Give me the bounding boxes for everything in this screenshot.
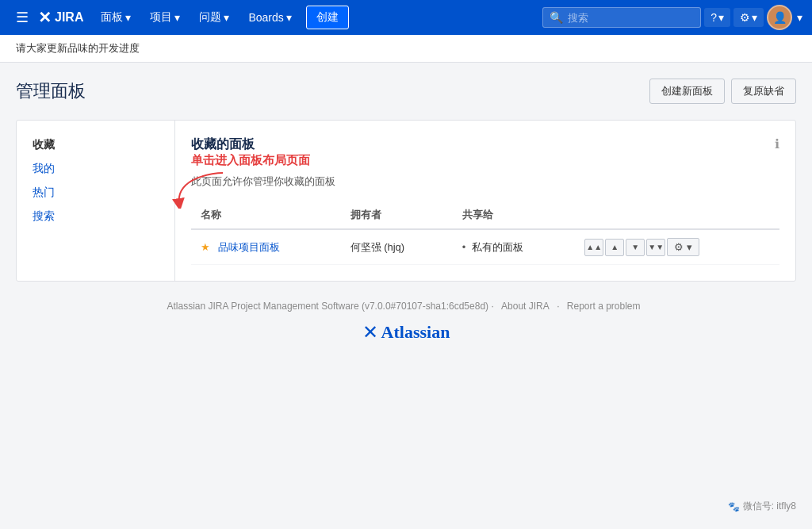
footer: Atlassian JIRA Project Management Softwa… xyxy=(16,282,796,362)
help-button[interactable]: ? ▾ xyxy=(704,8,730,27)
board-owner-cell: 何坚强 (hjq) xyxy=(341,229,453,265)
report-problem-link[interactable]: Report a problem xyxy=(567,301,641,312)
content-area: 收藏的面板 单击进入面板布局页面 xyxy=(175,121,795,281)
logo-text: JIRA xyxy=(55,10,83,25)
chevron-down-icon: ▾ xyxy=(224,11,229,24)
section-title: 收藏的面板 xyxy=(191,136,310,153)
settings-button[interactable]: ⚙ ▾ xyxy=(733,8,764,27)
help-icon: ? xyxy=(710,11,717,24)
board-settings-button[interactable]: ⚙ ▾ xyxy=(667,238,699,256)
nav-dashboard[interactable]: 面板 ▾ xyxy=(93,7,139,28)
sidebar-item-favorites[interactable]: 收藏 xyxy=(17,133,174,157)
action-arrows: ▲▲ ▲ ▼ ▼▼ xyxy=(584,239,665,256)
annotation: 单击进入面板布局页面 xyxy=(191,153,310,168)
sidebar-item-search[interactable]: 搜索 xyxy=(17,205,174,228)
atlassian-logo: ✕ Atlassian xyxy=(35,321,777,343)
bullet-icon: • xyxy=(462,241,466,253)
announcement-bar: 请大家更新品味的开发进度 xyxy=(0,35,812,63)
search-input[interactable] xyxy=(568,12,687,24)
chevron-down-icon: ▾ xyxy=(286,11,292,24)
annotation-text: 单击进入面板布局页面 xyxy=(191,153,310,167)
col-shared: 共享给 xyxy=(453,201,575,229)
table-row: ★ 品味项目面板 何坚强 (hjq) • 私有的面板 ▲▲ xyxy=(191,229,779,265)
content-header: 收藏的面板 单击进入面板布局页面 xyxy=(191,136,779,168)
chevron-down-icon: ▾ xyxy=(687,241,692,253)
move-bottom-button[interactable]: ▼▼ xyxy=(646,239,665,256)
avatar-chevron[interactable]: ▾ xyxy=(797,11,802,24)
nav-project[interactable]: 项目 ▾ xyxy=(142,7,188,28)
restore-default-button[interactable]: 复原缺省 xyxy=(731,79,796,104)
page-container: 管理面板 创建新面板 复原缺省 收藏 我的 热门 搜索 xyxy=(0,63,812,378)
move-top-button[interactable]: ▲▲ xyxy=(584,239,603,256)
footer-info: Atlassian JIRA Project Management Softwa… xyxy=(35,301,777,312)
col-actions xyxy=(575,201,779,229)
avatar[interactable]: 👤 xyxy=(767,5,792,30)
header-buttons: 创建新面板 复原缺省 xyxy=(649,79,796,104)
sidebar-item-mine[interactable]: 我的 xyxy=(17,157,174,181)
sidebar: 收藏 我的 热门 搜索 xyxy=(17,121,175,281)
page-title: 管理面板 xyxy=(16,79,86,103)
board-name-cell: ★ 品味项目面板 xyxy=(191,229,341,265)
board-actions-cell: ▲▲ ▲ ▼ ▼▼ ⚙ ▾ xyxy=(575,229,779,265)
logo: ✕ JIRA xyxy=(38,8,83,27)
boards-table: 名称 拥有者 共享给 ★ 品味项目面板 何坚强 (hjq) xyxy=(191,201,779,265)
gear-icon: ⚙ xyxy=(740,11,750,24)
move-up-button[interactable]: ▲ xyxy=(605,239,624,256)
announcement-text: 请大家更新品味的开发进度 xyxy=(16,42,140,54)
chevron-down-icon: ▾ xyxy=(174,11,180,24)
search-icon: 🔍 xyxy=(550,11,563,24)
annotation-arrow xyxy=(167,169,231,211)
sidebar-item-popular[interactable]: 热门 xyxy=(17,181,174,205)
star-icon[interactable]: ★ xyxy=(201,241,210,253)
atlassian-logo-text: Atlassian xyxy=(381,322,450,343)
chevron-down-icon: ▾ xyxy=(752,11,757,24)
content-description: 此页面允许你管理你收藏的面板 xyxy=(191,174,779,189)
nav-boards[interactable]: Boards ▾ xyxy=(240,8,299,27)
about-jira-link[interactable]: About JIRA xyxy=(501,301,550,312)
hamburger-icon[interactable]: ☰ xyxy=(10,6,35,29)
move-down-button[interactable]: ▼ xyxy=(626,239,645,256)
page-header: 管理面板 创建新面板 复原缺省 xyxy=(16,79,796,104)
gear-icon: ⚙ xyxy=(674,241,684,253)
main-content: 收藏 我的 热门 搜索 收藏的面板 单击进入面板布局页面 xyxy=(16,120,796,282)
create-button[interactable]: 创建 xyxy=(306,6,349,29)
create-board-button[interactable]: 创建新面板 xyxy=(649,79,725,104)
search-bar[interactable]: 🔍 xyxy=(542,7,701,28)
navbar: ☰ ✕ JIRA 面板 ▾ 项目 ▾ 问题 ▾ Boards ▾ 创建 🔍 ? … xyxy=(0,0,812,35)
atlassian-icon: ✕ xyxy=(362,321,378,343)
section-header-left: 收藏的面板 单击进入面板布局页面 xyxy=(191,136,310,168)
board-name-link[interactable]: 品味项目面板 xyxy=(218,241,280,253)
chevron-down-icon: ▾ xyxy=(718,11,724,24)
chevron-down-icon: ▾ xyxy=(125,11,131,24)
help-circle-icon[interactable]: ℹ xyxy=(775,136,779,151)
nav-issue[interactable]: 问题 ▾ xyxy=(191,7,237,28)
board-shared-cell: • 私有的面板 xyxy=(453,229,575,265)
col-owner: 拥有者 xyxy=(341,201,453,229)
jira-icon: ✕ xyxy=(38,8,52,27)
